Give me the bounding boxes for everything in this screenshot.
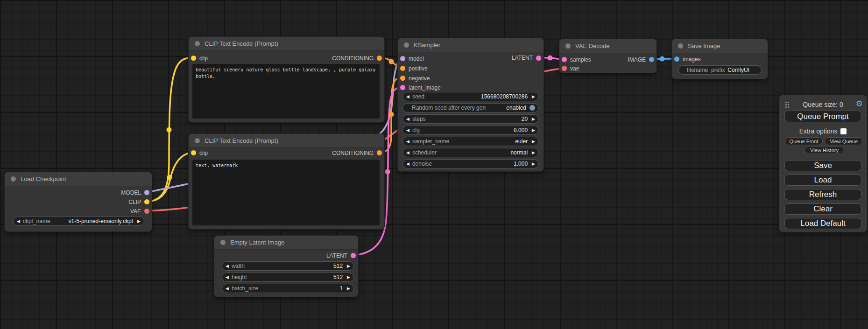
input-slot-vae[interactable] <box>562 66 567 71</box>
denoise-widget[interactable]: ◀ denoise 1.000 ▶ <box>402 159 539 168</box>
output-slot-latent[interactable] <box>351 253 356 258</box>
input-slot-model[interactable] <box>400 56 405 61</box>
collapse-dot-icon[interactable] <box>678 43 683 49</box>
increment-arrow-icon[interactable]: ▶ <box>532 162 535 166</box>
negative-prompt-textarea[interactable]: text, watermark <box>192 160 380 225</box>
collapse-dot-icon[interactable] <box>11 176 16 182</box>
decrement-arrow-icon[interactable]: ◀ <box>406 151 409 155</box>
input-slot-clip[interactable] <box>191 56 196 61</box>
ckpt-name-widget[interactable]: ◀ ckpt_name v1-5-pruned-emaonly.ckpt ▶ <box>13 217 144 226</box>
input-slot-clip[interactable] <box>191 150 196 155</box>
output-slot-image[interactable] <box>649 57 654 62</box>
decrement-arrow-icon[interactable]: ◀ <box>406 140 409 144</box>
decrement-arrow-icon[interactable]: ◀ <box>226 287 229 291</box>
node-title-bar: CLIP Text Encode (Prompt) <box>189 37 384 51</box>
decrement-arrow-icon[interactable]: ◀ <box>406 128 409 133</box>
increment-arrow-icon[interactable]: ▶ <box>532 95 535 99</box>
extra-options-checkbox[interactable] <box>840 128 847 134</box>
random-seed-widget[interactable]: Random seed after every gen enabled <box>402 103 539 112</box>
queue-prompt-button[interactable]: Queue Prompt <box>784 111 861 122</box>
filename-prefix-widget[interactable]: filename_prefix ComfyUI <box>678 65 762 75</box>
collapse-dot-icon[interactable] <box>565 43 571 49</box>
decrement-arrow-icon[interactable]: ◀ <box>17 219 20 224</box>
collapse-dot-icon[interactable] <box>404 42 409 48</box>
seed-widget[interactable]: ◀ seed 156680208700286 ▶ <box>402 92 539 101</box>
wire-midpoint-dot[interactable] <box>167 127 172 133</box>
widget-label: seed <box>412 93 424 100</box>
queue-size-label: Queue size: 0 <box>779 101 867 108</box>
increment-arrow-icon[interactable]: ▶ <box>532 117 535 121</box>
batch-size-widget[interactable]: ◀ batch_size 1 ▶ <box>222 284 354 293</box>
clear-button[interactable]: Clear <box>784 203 861 215</box>
wire-midpoint-dot[interactable] <box>389 112 394 117</box>
toggle-indicator-icon[interactable] <box>529 105 535 111</box>
increment-arrow-icon[interactable]: ▶ <box>347 264 350 268</box>
widget-value: normal <box>510 149 528 156</box>
save-button[interactable]: Save <box>784 160 861 171</box>
load-button[interactable]: Load <box>784 175 861 186</box>
sampler-name-widget[interactable]: ◀ sampler_name euler ▶ <box>402 137 539 146</box>
output-label-vae: VAE <box>130 208 141 215</box>
wire-midpoint-dot[interactable] <box>167 175 172 180</box>
refresh-button[interactable]: Refresh <box>784 189 861 200</box>
output-slot-model[interactable] <box>144 190 149 195</box>
view-queue-button[interactable]: View Queue <box>825 137 863 145</box>
decrement-arrow-icon[interactable]: ◀ <box>226 275 229 280</box>
node-clip-text-encode-negative[interactable]: CLIP Text Encode (Prompt) clip CONDITION… <box>188 133 385 230</box>
queue-front-button[interactable]: Queue Front <box>785 137 823 145</box>
height-widget[interactable]: ◀ height 512 ▶ <box>222 273 354 282</box>
input-slot-latent-image[interactable] <box>400 85 405 90</box>
widget-label: sampler_name <box>412 138 449 145</box>
decrement-arrow-icon[interactable]: ◀ <box>406 95 409 99</box>
widget-value: ComfyUI <box>727 67 749 73</box>
view-history-button[interactable]: View History <box>804 146 844 154</box>
queue-panel: Queue size: 0 ⚙ Queue Prompt Extra optio… <box>779 95 867 232</box>
input-slot-images[interactable] <box>674 56 679 62</box>
collapse-dot-icon[interactable] <box>220 240 226 245</box>
scheduler-widget[interactable]: ◀ scheduler normal ▶ <box>402 148 539 157</box>
widget-label: ckpt_name <box>23 218 50 224</box>
positive-prompt-textarea[interactable]: beautiful scenery nature glass bottle la… <box>192 64 380 119</box>
increment-arrow-icon[interactable]: ▶ <box>532 140 535 144</box>
cfg-widget[interactable]: ◀ cfg 8.000 ▶ <box>402 126 539 135</box>
node-title: Empty Latent Image <box>230 239 284 246</box>
wire-midpoint-dot[interactable] <box>660 56 665 62</box>
input-slot-samples[interactable] <box>562 57 567 62</box>
load-default-button[interactable]: Load Default <box>784 218 861 229</box>
wire-midpoint-dot[interactable] <box>385 169 390 175</box>
wire-midpoint-dot[interactable] <box>548 56 553 61</box>
width-widget[interactable]: ◀ width 512 ▶ <box>222 261 354 271</box>
decrement-arrow-icon[interactable]: ◀ <box>226 264 229 268</box>
node-load-checkpoint[interactable]: Load Checkpoint MODEL CLIP VAE ◀ ckpt_na… <box>4 172 152 232</box>
output-slot-clip[interactable] <box>144 199 149 204</box>
increment-arrow-icon[interactable]: ▶ <box>137 219 141 224</box>
output-slot-conditioning[interactable] <box>377 56 382 61</box>
steps-widget[interactable]: ◀ steps 20 ▶ <box>402 114 539 124</box>
input-slot-negative[interactable] <box>400 76 405 81</box>
input-label-negative: negative <box>409 75 430 82</box>
decrement-arrow-icon[interactable]: ◀ <box>406 162 409 166</box>
widget-label: filename_prefix <box>687 67 725 73</box>
output-slot-conditioning[interactable] <box>377 150 382 155</box>
collapse-dot-icon[interactable] <box>195 138 200 143</box>
widget-label: batch_size <box>232 285 258 292</box>
decrement-arrow-icon[interactable]: ◀ <box>406 117 409 121</box>
node-save-image[interactable]: Save Image images filename_prefix ComfyU… <box>671 39 768 79</box>
output-label-latent: LATENT <box>512 54 533 62</box>
settings-gear-icon[interactable]: ⚙ <box>856 99 863 109</box>
node-clip-text-encode-positive[interactable]: CLIP Text Encode (Prompt) clip CONDITION… <box>188 36 385 123</box>
node-empty-latent-image[interactable]: Empty Latent Image LATENT ◀ width 512 ▶ … <box>214 235 359 297</box>
increment-arrow-icon[interactable]: ▶ <box>347 287 350 291</box>
input-slot-positive[interactable] <box>400 66 405 71</box>
widget-value: 156680208700286 <box>481 93 528 100</box>
output-slot-latent[interactable] <box>536 56 541 61</box>
increment-arrow-icon[interactable]: ▶ <box>532 128 535 133</box>
wire-midpoint-dot[interactable] <box>389 59 394 64</box>
node-ksampler[interactable]: KSampler model LATENT positive negative … <box>397 38 544 172</box>
increment-arrow-icon[interactable]: ▶ <box>347 275 350 280</box>
node-vae-decode[interactable]: VAE Decode samples IMAGE vae <box>559 39 657 73</box>
increment-arrow-icon[interactable]: ▶ <box>532 151 535 155</box>
output-slot-vae[interactable] <box>144 209 149 214</box>
collapse-dot-icon[interactable] <box>195 41 200 46</box>
widget-value: 20 <box>522 116 528 122</box>
